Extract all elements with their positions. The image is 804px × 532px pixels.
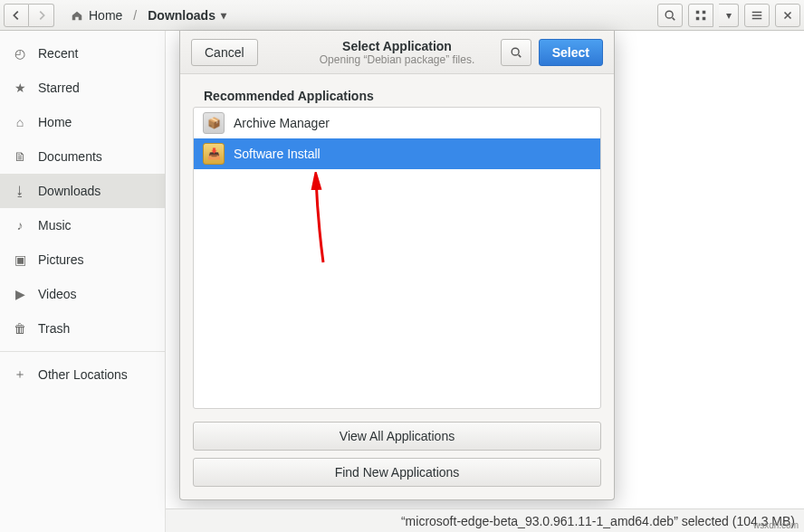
- sidebar-item-label: Downloads: [38, 184, 100, 198]
- star-icon: ★: [13, 81, 27, 95]
- sidebar-item-downloads[interactable]: ⭳Downloads: [0, 174, 165, 208]
- video-icon: ▶: [13, 287, 27, 301]
- status-bar: “microsoft-edge-beta_93.0.961.11-1_amd64…: [166, 508, 804, 532]
- document-icon: 🗎: [13, 149, 27, 164]
- plus-icon: ＋: [13, 366, 27, 383]
- sidebar-item-home[interactable]: ⌂Home: [0, 105, 165, 139]
- chevron-left-icon: [10, 9, 23, 22]
- breadcrumb-home-label: Home: [89, 8, 122, 23]
- dialog-search-button[interactable]: [501, 39, 531, 66]
- toolbar-right: ▾: [657, 4, 800, 27]
- close-window-button[interactable]: [775, 4, 800, 27]
- search-button[interactable]: [657, 4, 683, 27]
- hamburger-menu-button[interactable]: [744, 4, 770, 27]
- sidebar-item-label: Videos: [38, 287, 77, 301]
- svg-rect-3: [703, 10, 706, 14]
- sidebar-item-starred[interactable]: ★Starred: [0, 71, 165, 105]
- sidebar-item-pictures[interactable]: ▣Pictures: [0, 242, 165, 277]
- menu-icon: [751, 9, 763, 22]
- download-icon: ⭳: [13, 184, 27, 198]
- clock-icon: ◴: [13, 46, 27, 61]
- app-row-archive-manager[interactable]: 📦 Archive Manager: [194, 108, 600, 138]
- archive-manager-icon: 📦: [203, 112, 225, 134]
- svg-rect-5: [703, 16, 706, 20]
- picture-icon: ▣: [13, 252, 27, 267]
- sidebar-item-label: Music: [38, 218, 72, 233]
- breadcrumb-current[interactable]: Downloads ▾: [139, 4, 235, 27]
- chevron-down-icon: ▾: [726, 9, 732, 22]
- music-icon: ♪: [13, 218, 27, 233]
- svg-rect-4: [696, 16, 700, 20]
- close-icon: [781, 9, 794, 22]
- sidebar-item-label: Starred: [38, 81, 80, 95]
- search-icon: [510, 46, 522, 59]
- sidebar-item-trash[interactable]: 🗑Trash: [0, 311, 165, 346]
- sidebar: ◴Recent ★Starred ⌂Home 🗎Documents ⭳Downl…: [0, 31, 166, 532]
- sidebar-item-other-locations[interactable]: ＋Other Locations: [0, 357, 165, 392]
- app-row-label: Software Install: [234, 147, 321, 161]
- svg-point-0: [665, 11, 673, 18]
- trash-icon: 🗑: [13, 321, 27, 336]
- grid-icon: [694, 9, 707, 22]
- dialog-body: Recommended Applications 📦 Archive Manag…: [180, 74, 614, 422]
- software-install-icon: 📥: [203, 143, 225, 165]
- sidebar-item-label: Documents: [38, 149, 102, 164]
- search-icon: [664, 9, 676, 22]
- chevron-down-icon: ▾: [221, 9, 226, 22]
- view-all-applications-button[interactable]: View All Applications: [193, 422, 601, 451]
- sidebar-separator: [0, 351, 165, 352]
- breadcrumb-current-label: Downloads: [148, 8, 215, 23]
- svg-line-1: [673, 17, 675, 20]
- home-icon: [71, 9, 83, 22]
- breadcrumb-separator: /: [131, 8, 139, 23]
- sidebar-item-videos[interactable]: ▶Videos: [0, 277, 165, 311]
- sidebar-item-label: Home: [38, 115, 72, 129]
- chevron-right-icon: [35, 9, 48, 22]
- dialog-actions: View All Applications Find New Applicati…: [180, 422, 614, 499]
- sidebar-item-label: Trash: [38, 321, 70, 336]
- sidebar-item-label: Other Locations: [38, 367, 128, 382]
- recommended-label: Recommended Applications: [204, 89, 601, 103]
- application-list: 📦 Archive Manager 📥 Software Install: [193, 107, 601, 409]
- watermark: wsxdn.com: [753, 520, 799, 530]
- sidebar-item-documents[interactable]: 🗎Documents: [0, 139, 165, 174]
- nav-forward-button[interactable]: [29, 4, 54, 27]
- dialog-header: Cancel Select Application Opening “Debia…: [180, 31, 614, 74]
- select-button[interactable]: Select: [539, 39, 603, 66]
- toolbar: Home / Downloads ▾ ▾: [0, 0, 804, 31]
- view-mode-dropdown[interactable]: ▾: [719, 4, 739, 27]
- sidebar-item-label: Pictures: [38, 252, 84, 267]
- svg-rect-2: [696, 10, 700, 14]
- sidebar-item-music[interactable]: ♪Music: [0, 208, 165, 242]
- svg-line-7: [518, 54, 521, 57]
- select-application-dialog: Cancel Select Application Opening “Debia…: [179, 31, 615, 500]
- nav-back-button[interactable]: [4, 4, 29, 27]
- view-mode-button[interactable]: [688, 4, 713, 27]
- svg-point-6: [512, 48, 519, 55]
- cancel-button[interactable]: Cancel: [191, 39, 258, 66]
- sidebar-item-label: Recent: [38, 46, 78, 61]
- app-row-software-install[interactable]: 📥 Software Install: [194, 138, 600, 169]
- sidebar-item-recent[interactable]: ◴Recent: [0, 36, 165, 71]
- find-new-applications-button[interactable]: Find New Applications: [193, 458, 601, 487]
- home-icon: ⌂: [13, 115, 27, 129]
- app-row-label: Archive Manager: [234, 116, 330, 130]
- status-text: “microsoft-edge-beta_93.0.961.11-1_amd64…: [401, 514, 795, 528]
- breadcrumb: Home / Downloads ▾: [62, 4, 657, 27]
- breadcrumb-home[interactable]: Home: [62, 4, 131, 27]
